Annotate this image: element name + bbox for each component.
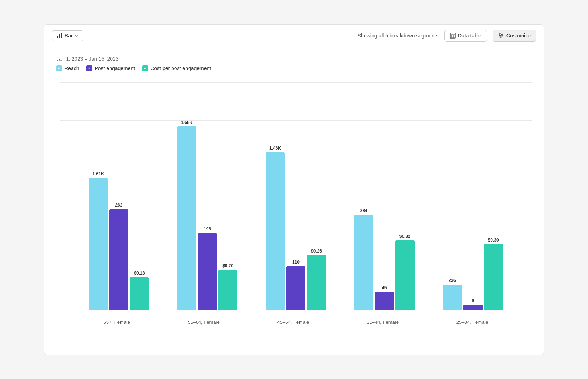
toolbar-left: Bar (52, 30, 83, 41)
bar-value-label: 1.68K (181, 120, 193, 125)
data-table-icon (450, 33, 456, 39)
toolbar: Bar Showing all 5 breakdown segments Dat… (44, 25, 544, 47)
bar-value-label: 262 (115, 203, 122, 208)
bar-reach (177, 126, 196, 310)
chart-type-button[interactable]: Bar (52, 30, 83, 41)
bar-wrapper: 9 (463, 298, 483, 310)
bar-group-3: 88445$0.32 (354, 208, 415, 310)
bar-chart-icon (57, 33, 62, 39)
bar-engagement (463, 305, 483, 310)
bar-cost (307, 255, 326, 310)
bars-area: 1.61K262$0.181.68K196$0.201.46K110$0.268… (60, 82, 532, 310)
bar-value-label: $0.18 (134, 271, 145, 276)
chart-body: Jan 1, 2023 – Jan 15, 2023 Reach Post en… (44, 47, 544, 332)
chart-area: 1.61K262$0.181.68K196$0.201.46K110$0.268… (60, 82, 532, 325)
bar-wrapper: $0.30 (484, 237, 503, 310)
svg-rect-0 (57, 36, 58, 38)
svg-rect-2 (61, 33, 62, 38)
bar-cost (484, 244, 503, 310)
svg-point-14 (500, 36, 501, 38)
bar-wrapper: $0.26 (307, 249, 326, 310)
bar-wrapper: $0.32 (395, 234, 415, 310)
reach-label: Reach (64, 65, 79, 71)
engagement-checkbox (86, 65, 92, 71)
x-axis-label: 25–34, Female (456, 317, 488, 325)
bar-value-label: 1.46K (269, 146, 281, 151)
bar-value-label: 236 (449, 278, 456, 283)
legend-item-cost: Cost per post engagement (142, 65, 211, 71)
bar-group-2: 1.46K110$0.26 (266, 146, 326, 310)
bar-engagement (375, 292, 394, 310)
toolbar-right: Showing all 5 breakdown segments Data ta… (358, 30, 536, 42)
bar-wrapper: 110 (286, 260, 305, 310)
reach-checkbox (56, 65, 62, 71)
bar-wrapper: 45 (375, 285, 394, 310)
bar-value-label: 884 (360, 208, 368, 213)
chart-container: Bar Showing all 5 breakdown segments Dat… (44, 24, 544, 355)
bar-wrapper: 196 (198, 226, 217, 310)
legend: Reach Post engagement Cost per post enga… (56, 65, 532, 71)
bar-cost (395, 240, 415, 310)
bar-value-label: 45 (382, 285, 387, 290)
bar-wrapper: 1.46K (266, 146, 285, 310)
bar-wrapper: 884 (354, 208, 373, 310)
bar-cost (130, 277, 149, 310)
x-axis-label: 65+, Female (103, 317, 130, 325)
bar-value-label: $0.26 (311, 249, 322, 254)
customize-label: Customize (506, 33, 531, 39)
legend-item-engagement: Post engagement (86, 65, 135, 71)
bar-value-label: $0.30 (488, 237, 499, 243)
legend-item-reach: Reach (56, 65, 79, 71)
bar-wrapper: $0.18 (130, 271, 149, 310)
bar-engagement (198, 233, 217, 310)
bar-value-label: 9 (472, 298, 474, 303)
chart-type-label: Bar (65, 33, 73, 39)
bar-reach (89, 178, 108, 310)
bar-value-label: $0.32 (399, 234, 410, 239)
bar-wrapper: 1.61K (89, 171, 108, 310)
svg-rect-1 (59, 34, 60, 38)
bar-group-4: 2369$0.30 (443, 237, 503, 310)
x-labels: 65+, Female55–64, Female45–54, Female35–… (60, 317, 532, 325)
bar-engagement (286, 266, 305, 310)
bar-value-label: $0.20 (222, 263, 233, 268)
bar-wrapper: 262 (109, 203, 128, 310)
data-table-label: Data table (458, 33, 481, 39)
bar-group-0: 1.61K262$0.18 (89, 171, 149, 310)
svg-point-12 (499, 33, 501, 35)
chevron-down-icon (75, 35, 79, 37)
bar-engagement (109, 209, 128, 310)
customize-button[interactable]: Customize (493, 30, 536, 42)
bar-reach (354, 215, 373, 310)
bar-reach (266, 152, 285, 310)
bar-value-label: 1.61K (92, 171, 104, 176)
bar-wrapper: 236 (443, 278, 462, 310)
segments-text: Showing all 5 breakdown segments (358, 33, 438, 39)
cost-label: Cost per post engagement (150, 65, 211, 71)
bar-group-1: 1.68K196$0.20 (177, 120, 237, 310)
cost-checkbox (142, 65, 148, 71)
svg-point-13 (501, 35, 503, 36)
customize-icon (498, 33, 504, 39)
data-table-button[interactable]: Data table (444, 30, 487, 42)
bar-value-label: 110 (292, 260, 300, 265)
bar-wrapper: 1.68K (177, 120, 196, 310)
x-axis-label: 55–64, Female (188, 317, 220, 325)
bar-value-label: 196 (204, 226, 211, 232)
bar-cost (218, 270, 237, 310)
engagement-label: Post engagement (94, 65, 135, 71)
x-axis-label: 35–44, Female (367, 317, 399, 325)
date-range: Jan 1, 2023 – Jan 15, 2023 (56, 56, 532, 62)
bar-wrapper: $0.20 (218, 263, 237, 310)
x-axis-label: 45–54, Female (277, 317, 309, 325)
bar-reach (443, 285, 462, 310)
